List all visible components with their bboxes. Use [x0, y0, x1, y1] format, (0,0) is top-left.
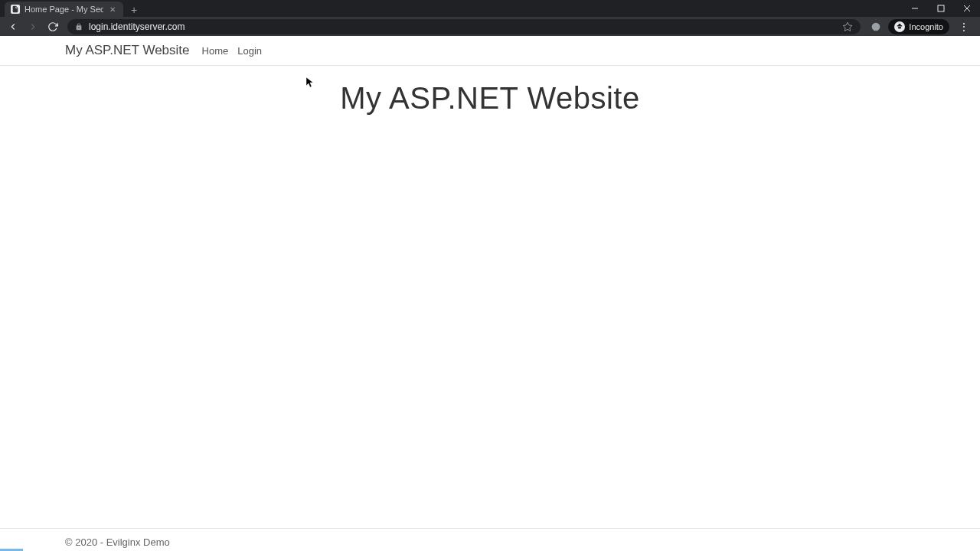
nav-link-login[interactable]: Login [237, 45, 262, 57]
browser-menu-icon[interactable]: ⋮ [956, 21, 972, 33]
address-bar[interactable]: login.identityserver.com [67, 19, 861, 34]
lock-icon [75, 23, 83, 31]
footer-text: © 2020 - Evilginx Demo [54, 536, 926, 548]
forward-button[interactable] [24, 18, 41, 35]
incognito-badge[interactable]: Incognito [888, 19, 949, 34]
close-window-button[interactable] [954, 0, 980, 17]
minimize-button[interactable] [902, 0, 928, 17]
extension-icon[interactable] [870, 21, 882, 33]
bookmark-star-icon[interactable] [842, 21, 853, 32]
navbar-inner: My ASP.NET Website Home Login [54, 36, 926, 65]
browser-chrome: Home Page - My Secure ASP.NET ✕ + [0, 0, 980, 36]
tab-title: Home Page - My Secure ASP.NET [24, 5, 103, 14]
tab-favicon-icon [11, 5, 20, 14]
svg-marker-4 [844, 22, 853, 31]
page-content: My ASP.NET Website Home Login My ASP.NET… [0, 36, 980, 551]
svg-rect-1 [938, 5, 944, 11]
incognito-icon [894, 21, 905, 32]
site-footer: © 2020 - Evilginx Demo [0, 528, 980, 551]
browser-tab[interactable]: Home Page - My Secure ASP.NET ✕ [5, 2, 123, 17]
page-heading: My ASP.NET Website [0, 81, 980, 116]
nav-link-home[interactable]: Home [202, 45, 229, 57]
new-tab-button[interactable]: + [123, 3, 145, 17]
reload-button[interactable] [44, 18, 61, 35]
main-content: My ASP.NET Website [0, 66, 980, 528]
back-button[interactable] [5, 18, 21, 35]
tab-bar: Home Page - My Secure ASP.NET ✕ + [0, 0, 980, 17]
navbar-brand[interactable]: My ASP.NET Website [65, 43, 190, 58]
window-controls [902, 0, 980, 17]
maximize-button[interactable] [928, 0, 954, 17]
site-navbar: My ASP.NET Website Home Login [0, 36, 980, 66]
svg-point-5 [872, 22, 880, 31]
tab-close-icon[interactable]: ✕ [108, 5, 117, 14]
toolbar-right: Incognito ⋮ [867, 19, 975, 34]
browser-toolbar: login.identityserver.com Incognito ⋮ [0, 17, 980, 36]
url-text: login.identityserver.com [89, 21, 836, 32]
incognito-label: Incognito [909, 22, 943, 31]
